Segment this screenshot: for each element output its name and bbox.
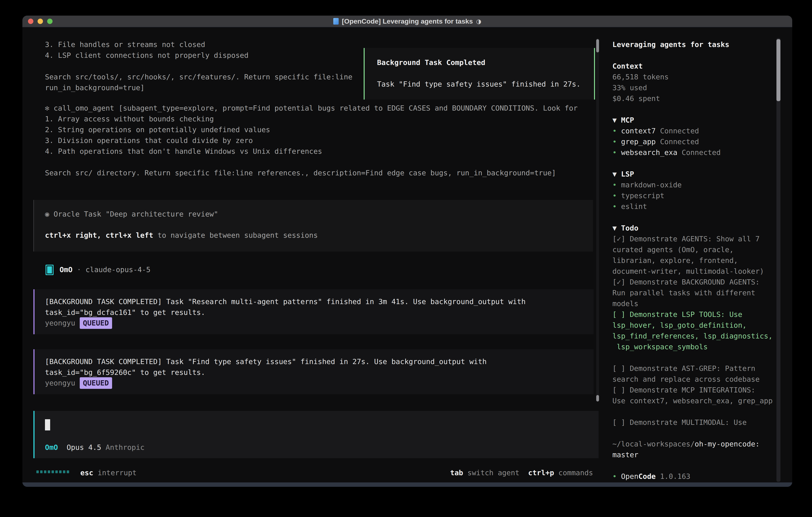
mcp-item-status: Connected: [656, 138, 699, 146]
text-cursor: [45, 419, 50, 430]
lsp-heading: LSP: [621, 170, 634, 178]
window-title-row: [OpenCode] Leveraging agents for tasks ◑: [333, 18, 481, 25]
status-dot-icon: •: [612, 148, 621, 157]
tool-call-item: 2. String operations on potentially unde…: [45, 124, 270, 135]
sidebar-scrollbar-thumb[interactable]: [777, 39, 780, 101]
toast-title: Background Task Completed: [377, 57, 485, 68]
version-line: • OpenCode 1.0.163: [612, 471, 690, 482]
transcript-line: Search src/tools/, src/hooks/, src/featu…: [45, 72, 352, 82]
tool-call-item: 1. Array access without bounds checking: [45, 113, 214, 124]
tool-call-item: 3. Division operations that could divide…: [45, 135, 253, 146]
workspace-path-prefix: ~/local-workspaces/: [612, 440, 695, 448]
fisheye-icon: ◉: [45, 210, 54, 218]
queued-badge: QUEUED: [80, 377, 112, 389]
mcp-item-name: grep_app: [621, 138, 656, 146]
desktop: { "colors": { "accent_green": "#84da90",…: [0, 0, 812, 517]
status-dot-icon: •: [612, 138, 621, 146]
workspace-path-main: oh-my-opencode:: [695, 440, 760, 448]
oracle-hint-keys: ctrl+x right, ctrl+x left: [45, 231, 153, 239]
main-scrollbar-thumb[interactable]: [596, 39, 599, 52]
gear-icon: ✻: [45, 104, 49, 112]
todo-line: [ ] Demonstrate AST-GREP: Pattern: [612, 363, 755, 374]
input-gap: [58, 443, 66, 452]
spinner-dot: [63, 470, 65, 473]
statusbar-right: tab switch agent ctrl+p commands: [450, 467, 593, 478]
transcript-line: 3. File handles or streams not closed: [45, 39, 205, 50]
app-name-code: Code: [638, 472, 656, 481]
session-spinner-icon: ◑: [476, 18, 481, 25]
mcp-heading: MCP: [621, 116, 634, 124]
background-task-message: [BACKGROUND TASK COMPLETED] Task "Find t…: [33, 349, 593, 394]
sidebar-session-title: Leveraging agents for tasks: [612, 39, 729, 50]
working-spinner-dots: [36, 470, 69, 473]
lsp-item: • typescript: [612, 190, 664, 201]
minimize-button[interactable]: [37, 19, 43, 24]
agent-separator: ·: [72, 266, 86, 274]
window-bottom-edge: [22, 483, 792, 487]
queued-badge: QUEUED: [80, 317, 112, 329]
todo-section-header[interactable]: ▼ Todo: [612, 223, 638, 234]
workspace-path: ~/local-workspaces/oh-my-opencode:: [612, 439, 760, 450]
status-dot-icon: •: [612, 192, 621, 200]
spinner-dot: [48, 470, 50, 473]
task-message-line2: task_id="bg_6f59260c" to get results.: [45, 367, 205, 378]
window-title: [OpenCode] Leveraging agents for tasks: [342, 18, 473, 25]
ctrlp-key-label: commands: [554, 469, 593, 477]
task-user: yeongyu: [45, 318, 75, 328]
spinner-dot: [44, 470, 46, 473]
task-user: yeongyu: [45, 378, 75, 388]
main-scrollbar-track[interactable]: [596, 38, 599, 402]
tab-key-hint: tab: [450, 469, 463, 477]
context-tokens: 66,518 tokens: [612, 72, 669, 82]
oracle-title-line: ◉ Oracle Task "Deep architecture review": [45, 209, 218, 219]
task-message-line2: task_id="bg_dcfac161" to get results.: [45, 307, 205, 318]
lsp-section-header[interactable]: ▼ LSP: [612, 169, 634, 180]
todo-line: Use context7, websearch_exa, grep_app: [612, 396, 773, 406]
todo-line: [✓] Demonstrate AGENTS: Show all 7: [612, 234, 760, 244]
agent-name: OmO: [60, 266, 72, 274]
background-task-toast: Background Task Completed Task "Find typ…: [364, 48, 595, 100]
task-message-line1: [BACKGROUND TASK COMPLETED] Task "Find t…: [45, 356, 487, 367]
background-task-message: [BACKGROUND TASK COMPLETED] Task "Resear…: [33, 289, 593, 334]
spinner-dot: [59, 470, 61, 473]
status-dot-icon: •: [612, 127, 621, 135]
app-version: 1.0.163: [656, 472, 690, 481]
todo-line-active: lsp_find_references, lsp_diagnostics,: [612, 331, 773, 342]
todo-line: [ ] Demonstrate MCP INTEGRATIONS:: [612, 385, 755, 396]
zoom-button[interactable]: [47, 19, 53, 24]
todo-line: [ ] Demonstrate MULTIMODAL: Use: [612, 417, 747, 428]
todo-line-active: lsp_workspace_symbols: [612, 342, 708, 352]
app-name-open: Open: [621, 472, 638, 481]
tab-key-label: switch agent: [463, 469, 528, 477]
esc-key-hint: esc: [80, 469, 93, 477]
mcp-item: • grep_app Connected: [612, 136, 699, 147]
mcp-item-name: context7: [621, 127, 656, 135]
spinner-dot: [36, 470, 39, 473]
chevron-down-icon: ▼: [612, 170, 621, 178]
lsp-item: • eslint: [612, 201, 647, 212]
window-titlebar[interactable]: [OpenCode] Leveraging agents for tasks ◑: [22, 16, 792, 27]
mcp-item: • context7 Connected: [612, 126, 699, 136]
mcp-section-header[interactable]: ▼ MCP: [612, 115, 634, 126]
ctrlp-key-hint: ctrl+p: [528, 469, 554, 477]
task-message-meta: yeongyu QUEUED: [45, 377, 112, 389]
mcp-item-status: Connected: [656, 127, 699, 135]
toast-body: Task "Find type safety issues" finished …: [377, 79, 581, 89]
status-dot-icon: •: [612, 202, 621, 211]
sidebar-scrollbar-track[interactable]: [777, 38, 780, 482]
todo-line: document-writer, multimodal-looker): [612, 266, 764, 277]
lsp-item-name: typescript: [621, 192, 664, 200]
main-scrollbar-thumb-bottom[interactable]: [596, 395, 599, 402]
tool-call-text: call_omo_agent [subagent_type=explore, p…: [49, 104, 578, 112]
lsp-item: • markdown-oxide: [612, 180, 682, 190]
todo-line: Run parallel tasks with different: [612, 288, 755, 298]
spinner-dot: [40, 470, 42, 473]
agent-omo-icon: [46, 265, 54, 275]
lsp-item-name: eslint: [621, 202, 647, 211]
oracle-task-box: ◉ Oracle Task "Deep architecture review"…: [33, 200, 593, 251]
oracle-hint-line: ctrl+x right, ctrl+x left to navigate be…: [45, 230, 318, 241]
todo-line-active: lsp_hover, lsp_goto_definition,: [612, 320, 747, 331]
workspace-branch: master: [612, 450, 638, 460]
prompt-input[interactable]: OmO Opus 4.5 Anthropic: [33, 411, 599, 458]
close-button[interactable]: [28, 19, 33, 24]
